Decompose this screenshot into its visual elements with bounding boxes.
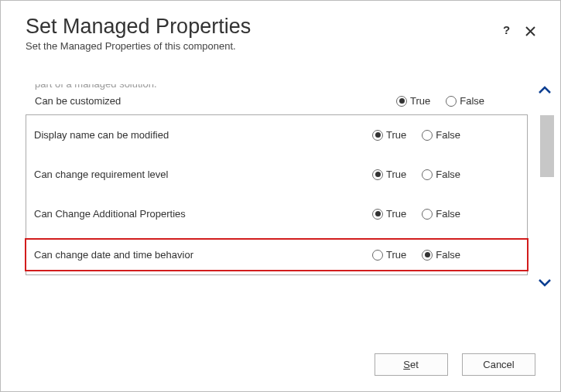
help-icon[interactable]: ? xyxy=(501,24,511,39)
close-icon[interactable] xyxy=(525,26,535,39)
radio-false[interactable]: False xyxy=(446,95,484,107)
radio-false[interactable]: False xyxy=(422,169,460,180)
radio-false-label: False xyxy=(436,169,460,180)
property-label: Display name can be modified xyxy=(34,129,372,141)
property-radios: TrueFalse xyxy=(372,129,527,141)
radio-true[interactable]: True xyxy=(372,208,406,220)
dialog-body: part of a managed solution. Can be custo… xyxy=(26,84,551,275)
property-radios: TrueFalse xyxy=(372,208,527,220)
radio-true-label: True xyxy=(386,129,406,141)
dialog-subtitle: Set the Managed Properties of this compo… xyxy=(26,40,535,52)
radio-false-label: False xyxy=(436,129,460,141)
radio-false[interactable]: False xyxy=(422,129,460,141)
property-label: Can Change Additional Properties xyxy=(34,208,372,220)
property-row: Can change requirement levelTrueFalse xyxy=(26,155,527,194)
scroll-down-icon[interactable] xyxy=(535,278,554,288)
radio-false-label: False xyxy=(436,249,460,261)
row-label: Can be customized xyxy=(35,95,396,107)
property-radios: TrueFalse xyxy=(372,249,527,261)
property-label: Can change date and time behavior xyxy=(34,249,372,261)
truncated-text: part of a managed solution. xyxy=(35,84,551,92)
radio-false[interactable]: False xyxy=(422,208,460,220)
radio-true[interactable]: True xyxy=(396,95,430,107)
radio-group-customized: TrueFalse xyxy=(396,95,551,107)
radio-true-label: True xyxy=(386,169,406,180)
property-row: Can Change Additional PropertiesTrueFals… xyxy=(26,194,527,233)
radio-true[interactable]: True xyxy=(372,249,406,261)
dialog-header: Set Managed Properties Set the Managed P… xyxy=(1,1,560,58)
property-row: Can change date and time behaviorTrueFal… xyxy=(25,238,529,271)
radio-false-label: False xyxy=(460,95,484,107)
properties-box: Display name can be modifiedTrueFalseCan… xyxy=(26,114,528,275)
cancel-button[interactable]: Cancel xyxy=(462,353,535,376)
property-row: Display name can be modifiedTrueFalse xyxy=(26,115,527,155)
radio-true-label: True xyxy=(410,95,430,107)
scroll-up-icon[interactable] xyxy=(535,84,554,95)
svg-text:?: ? xyxy=(503,24,510,36)
radio-false-label: False xyxy=(436,208,460,220)
radio-true-label: True xyxy=(386,208,406,220)
radio-true[interactable]: True xyxy=(372,169,406,180)
radio-true-label: True xyxy=(386,249,406,261)
radio-false[interactable]: False xyxy=(422,249,460,261)
dialog-set-managed-properties: Set Managed Properties Set the Managed P… xyxy=(0,0,561,392)
set-button[interactable]: Set xyxy=(375,353,448,376)
radio-true[interactable]: True xyxy=(372,129,406,141)
dialog-title: Set Managed Properties xyxy=(26,15,535,39)
property-label: Can change requirement level xyxy=(34,169,372,180)
row-can-be-customized: Can be customized TrueFalse xyxy=(26,95,551,114)
scrollbar-thumb[interactable] xyxy=(540,115,554,177)
dialog-footer: Set Cancel xyxy=(364,353,535,376)
property-radios: TrueFalse xyxy=(372,169,527,180)
